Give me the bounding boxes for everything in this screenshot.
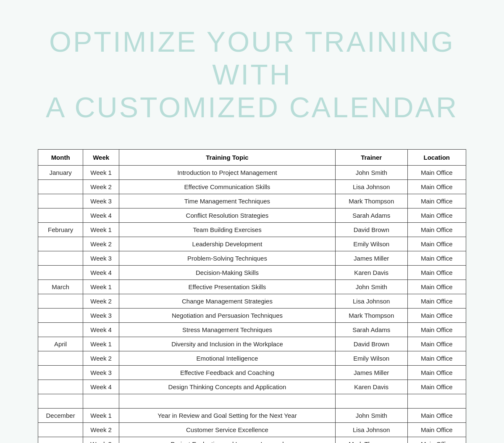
column-header-month: Month <box>38 149 83 165</box>
cell-trainer: John Smith <box>335 408 407 422</box>
table-header: MonthWeekTraining TopicTrainerLocation <box>38 149 466 165</box>
cell-week: Week 3 <box>83 365 119 380</box>
table-body: JanuaryWeek 1Introduction to Project Man… <box>38 165 466 443</box>
cell-location: Main Office <box>407 337 466 351</box>
cell-location: Main Office <box>407 194 466 208</box>
cell-location: Main Office <box>407 422 466 437</box>
cell-trainer: Mark Thompson <box>335 194 407 208</box>
cell-month <box>38 437 83 443</box>
cell-location: Main Office <box>407 365 466 380</box>
cell-month <box>38 251 83 265</box>
cell-week: Week 1 <box>83 408 119 422</box>
table-row: Week 2Change Management StrategiesLisa J… <box>38 294 466 308</box>
cell-week: Week 1 <box>83 222 119 237</box>
cell-topic: Diversity and Inclusion in the Workplace <box>119 337 336 351</box>
cell-topic: Problem-Solving Techniques <box>119 251 336 265</box>
column-header-location: Location <box>407 149 466 165</box>
table-row: Week 2Leadership DevelopmentEmily Wilson… <box>38 237 466 251</box>
cell-location: Main Office <box>407 437 466 443</box>
cell-location: Main Office <box>407 222 466 237</box>
cell-trainer: David Brown <box>335 222 407 237</box>
table-row: Week 3Time Management TechniquesMark Tho… <box>38 194 466 208</box>
cell-location: Main Office <box>407 208 466 222</box>
table-row: Week 2Customer Service ExcellenceLisa Jo… <box>38 422 466 437</box>
cell-trainer: Emily Wilson <box>335 351 407 365</box>
cell-location: Main Office <box>407 351 466 365</box>
cell-week: Week 3 <box>83 437 119 443</box>
cell-location: Main Office <box>407 265 466 280</box>
table-row: Week 3Problem-Solving TechniquesJames Mi… <box>38 251 466 265</box>
cell-trainer: Sarah Adams <box>335 322 407 337</box>
cell-month <box>38 365 83 380</box>
cell-topic: Introduction to Project Management <box>119 165 336 179</box>
table-row: Week 3Effective Feedback and CoachingJam… <box>38 365 466 380</box>
table-row: Week 4Design Thinking Concepts and Appli… <box>38 380 466 394</box>
table-row: Week 4Conflict Resolution StrategiesSara… <box>38 208 466 222</box>
cell-topic: Stress Management Techniques <box>119 322 336 337</box>
cell-week: Week 2 <box>83 294 119 308</box>
cell-month: December <box>38 408 83 422</box>
cell-week: Week 2 <box>83 179 119 194</box>
cell-topic: Emotional Intelligence <box>119 351 336 365</box>
table-row: AprilWeek 1Diversity and Inclusion in th… <box>38 337 466 351</box>
table-row: Week 2Effective Communication SkillsLisa… <box>38 179 466 194</box>
title-line-1: OPTIMIZE YOUR TRAINING WITH <box>34 25 470 91</box>
cell-topic: Decision-Making Skills <box>119 265 336 280</box>
cell-location: Main Office <box>407 294 466 308</box>
cell-week: Week 4 <box>83 208 119 222</box>
cell-topic: Team Building Exercises <box>119 222 336 237</box>
table-row: Week 3Negotiation and Persuasion Techniq… <box>38 308 466 322</box>
cell-location: Main Office <box>407 179 466 194</box>
cell-week: Week 3 <box>83 251 119 265</box>
column-header-trainer: Trainer <box>335 149 407 165</box>
cell-topic: Effective Communication Skills <box>119 179 336 194</box>
cell-topic: Negotiation and Persuasion Techniques <box>119 308 336 322</box>
cell-trainer: James Miller <box>335 251 407 265</box>
cell-topic: Design Thinking Concepts and Application <box>119 380 336 394</box>
cell-trainer: Lisa Johnson <box>335 422 407 437</box>
cell-week: Week 4 <box>83 265 119 280</box>
cell-topic: Customer Service Excellence <box>119 422 336 437</box>
cell-trainer: John Smith <box>335 165 407 179</box>
cell-location: Main Office <box>407 237 466 251</box>
cell-month <box>38 380 83 394</box>
cell-week: Week 4 <box>83 322 119 337</box>
table-row: JanuaryWeek 1Introduction to Project Man… <box>38 165 466 179</box>
cell-topic: Effective Feedback and Coaching <box>119 365 336 380</box>
cell-month <box>38 208 83 222</box>
cell-month <box>38 351 83 365</box>
cell-location: Main Office <box>407 280 466 294</box>
cell-month: January <box>38 165 83 179</box>
table-row: FebruaryWeek 1Team Building ExercisesDav… <box>38 222 466 237</box>
cell-trainer: Emily Wilson <box>335 237 407 251</box>
table-row: Week 2Emotional IntelligenceEmily Wilson… <box>38 351 466 365</box>
empty-cell <box>407 394 466 408</box>
cell-trainer: Sarah Adams <box>335 208 407 222</box>
cell-trainer: Mark Thompson <box>335 437 407 443</box>
cell-week: Week 2 <box>83 237 119 251</box>
page-title: OPTIMIZE YOUR TRAINING WITH A CUSTOMIZED… <box>34 25 470 124</box>
training-table: MonthWeekTraining TopicTrainerLocation J… <box>38 149 466 443</box>
table-row: MarchWeek 1Effective Presentation Skills… <box>38 280 466 294</box>
cell-trainer: John Smith <box>335 280 407 294</box>
cell-topic: Effective Presentation Skills <box>119 280 336 294</box>
cell-month <box>38 322 83 337</box>
cell-location: Main Office <box>407 165 466 179</box>
table-row: Week 4Stress Management TechniquesSarah … <box>38 322 466 337</box>
cell-topic: Project Evaluation and Lessons Learned <box>119 437 336 443</box>
empty-cell <box>38 394 83 408</box>
cell-trainer: Mark Thompson <box>335 308 407 322</box>
cell-month <box>38 194 83 208</box>
cell-month <box>38 294 83 308</box>
cell-topic: Year in Review and Goal Setting for the … <box>119 408 336 422</box>
cell-location: Main Office <box>407 380 466 394</box>
table-row: DecemberWeek 1Year in Review and Goal Se… <box>38 408 466 422</box>
cell-week: Week 2 <box>83 351 119 365</box>
cell-location: Main Office <box>407 251 466 265</box>
cell-week: Week 1 <box>83 165 119 179</box>
training-table-wrapper: MonthWeekTraining TopicTrainerLocation J… <box>38 149 466 443</box>
cell-trainer: Karen Davis <box>335 265 407 280</box>
cell-trainer: Karen Davis <box>335 380 407 394</box>
empty-cell <box>83 394 119 408</box>
cell-month: March <box>38 280 83 294</box>
